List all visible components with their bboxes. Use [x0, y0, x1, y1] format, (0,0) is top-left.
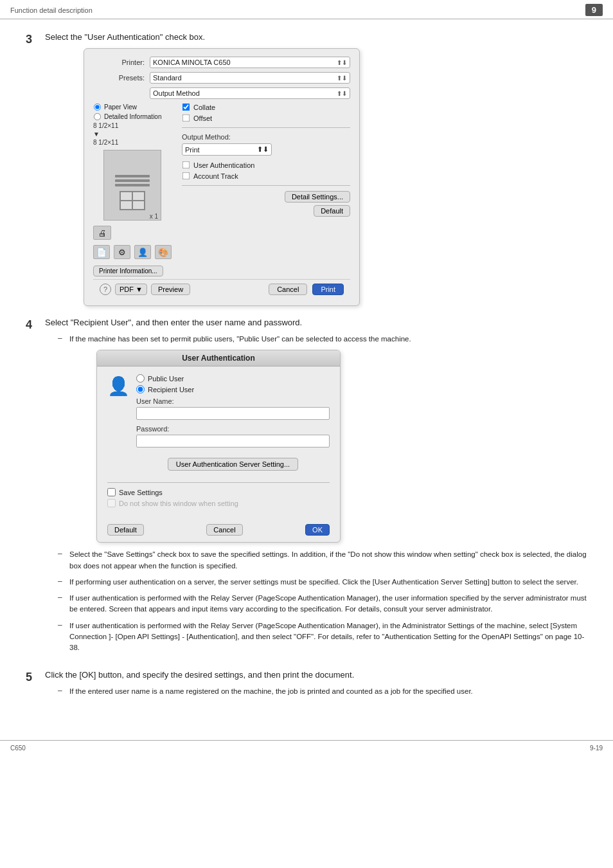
bullet2-text: Select the "Save Settings" check box to … [69, 549, 587, 572]
auth-default-button[interactable]: Default [107, 524, 144, 536]
auth-cancel-button[interactable]: Cancel [206, 524, 242, 536]
step5-content: Click the [OK] button, and specify the d… [45, 670, 587, 702]
color-icon-box: 🎨 [155, 245, 172, 259]
auth-dialog-title: User Authentication [97, 350, 340, 366]
divider-2 [182, 185, 350, 186]
step5-bullet1-text: If the entered user name is a name regis… [69, 686, 473, 697]
server-setting-button[interactable]: User Authentication Server Setting... [168, 458, 298, 471]
step5-number: 5 [26, 671, 45, 684]
step4-bullet4: – If user authentication is performed wi… [45, 593, 587, 615]
step5-bullet1: – If the entered user name is a name reg… [45, 686, 587, 697]
default-button[interactable]: Default [314, 205, 350, 217]
step4-bullet5: – If user authentication is performed wi… [45, 620, 587, 654]
no-show-row: Do not show this window when setting [107, 499, 330, 507]
pdf-label: PDF ▼ [120, 285, 143, 293]
table-cell-2 [132, 192, 145, 201]
user-auth-row: User Authentication [182, 161, 350, 169]
divider-1 [182, 127, 350, 128]
paper-view-label: Paper View [104, 104, 137, 111]
auth-icon-row: 👤 Public User Recipient User User Name: [107, 374, 330, 476]
output-method-arrow-icon: ⬆⬇ [337, 90, 347, 97]
presets-row: Presets: Standard ⬆⬇ [93, 72, 350, 84]
collate-row: Collate [182, 103, 350, 111]
public-user-row: Public User [136, 374, 330, 383]
cancel-button[interactable]: Cancel [269, 284, 307, 295]
output-method-select-value: Print [185, 146, 200, 154]
user-auth-label: User Authentication [193, 161, 254, 169]
page-number-badge: 9 [585, 4, 603, 16]
collate-label: Collate [193, 104, 215, 111]
offset-checkbox[interactable] [182, 114, 190, 122]
auth-dialog-body: 👤 Public User Recipient User User Name: [97, 366, 340, 518]
help-button[interactable]: ? [100, 284, 111, 295]
save-settings-label: Save Settings [119, 489, 163, 496]
paper-size-1: 8 1/2×11 [93, 122, 172, 129]
dash-6: – [58, 686, 64, 695]
paper-preview: x 1 [103, 150, 161, 221]
no-show-checkbox[interactable] [107, 499, 116, 507]
user-auth-checkbox[interactable] [182, 161, 190, 169]
step4-bullet1: – If the machine has been set to permit … [45, 334, 587, 345]
output-method-select-top[interactable]: Output Method ⬆⬇ [150, 87, 350, 99]
printer-info-button[interactable]: Printer Information... [93, 266, 163, 276]
page-content: 3 Select the "User Authentication" check… [0, 19, 613, 727]
step4-content: Select "Recipient User", and then enter … [45, 318, 587, 658]
printer-label: Printer: [93, 59, 145, 66]
output-method-section-label: Output Method: [182, 133, 350, 141]
user-name-input[interactable] [136, 407, 330, 420]
no-show-label: Do not show this window when setting [119, 500, 238, 507]
output-select-arrow-icon: ⬆⬇ [257, 145, 269, 154]
offset-row: Offset [182, 114, 350, 122]
footer-model: C650 [10, 745, 26, 752]
collate-checkbox[interactable] [182, 104, 190, 111]
bullet4-text: If user authentication is performed with… [69, 593, 587, 615]
account-track-label: Account Track [193, 172, 238, 180]
paper-size-3: 8 1/2×11 [93, 139, 172, 146]
paper-lines [112, 172, 152, 191]
step3-row: 3 Select the "User Authentication" check… [26, 32, 587, 306]
person-icon-box: 👤 [134, 245, 151, 259]
header-title: Function detail description [10, 6, 93, 14]
table-cell-3 [120, 201, 132, 210]
printer-select[interactable]: KONICA MINOLTA C650 ⬆⬇ [150, 57, 350, 68]
recipient-user-label: Recipient User [148, 386, 194, 393]
password-label: Password: [136, 425, 330, 433]
detailed-info-radio-row: Detailed Information [93, 113, 172, 121]
pdf-button[interactable]: PDF ▼ [115, 284, 147, 295]
paper-line-1 [115, 175, 150, 177]
step4-title: Select "Recipient User", and then enter … [45, 318, 587, 327]
page-header: Function detail description 9 [0, 0, 613, 19]
paper-view-radio[interactable] [94, 104, 101, 111]
public-user-radio[interactable] [136, 374, 145, 383]
bullet3-text: If performing user authentication on a s… [69, 577, 578, 588]
password-input[interactable] [136, 435, 330, 448]
user-name-label: User Name: [136, 397, 330, 405]
offset-label: Offset [193, 114, 212, 122]
step3-title: Select the "User Authentication" check b… [45, 32, 587, 42]
step4-row: 4 Select "Recipient User", and then ente… [26, 318, 587, 658]
account-track-checkbox[interactable] [182, 172, 190, 180]
paper-size-2: ▼ [93, 131, 172, 138]
dash-2: – [58, 549, 64, 558]
print-button[interactable]: Print [312, 284, 344, 295]
recipient-user-radio[interactable] [136, 385, 145, 393]
printer-value: KONICA MINOLTA C650 [153, 59, 231, 66]
table-cell-1 [120, 192, 132, 201]
preview-button[interactable]: Preview [151, 284, 190, 295]
detail-settings-button[interactable]: Detail Settings... [285, 191, 350, 203]
dash-5: – [58, 620, 64, 629]
output-method-dropdown[interactable]: Print ⬆⬇ [182, 143, 272, 156]
bullet5-text: If user authentication is performed with… [69, 620, 587, 654]
person-icon: 👤 [107, 375, 130, 397]
presets-value: Standard [153, 74, 182, 82]
presets-select[interactable]: Standard ⬆⬇ [150, 72, 350, 84]
printer-icon-box: 🖨 [93, 226, 111, 240]
dash-4: – [58, 593, 64, 602]
paper-view-radio-row: Paper View [93, 103, 172, 111]
auth-ok-button[interactable]: OK [305, 524, 330, 536]
dash-1: – [58, 334, 64, 343]
detailed-info-radio[interactable] [94, 113, 101, 120]
recipient-user-row: Recipient User [136, 385, 330, 393]
detailed-info-label: Detailed Information [104, 113, 162, 120]
save-settings-checkbox[interactable] [107, 488, 116, 496]
